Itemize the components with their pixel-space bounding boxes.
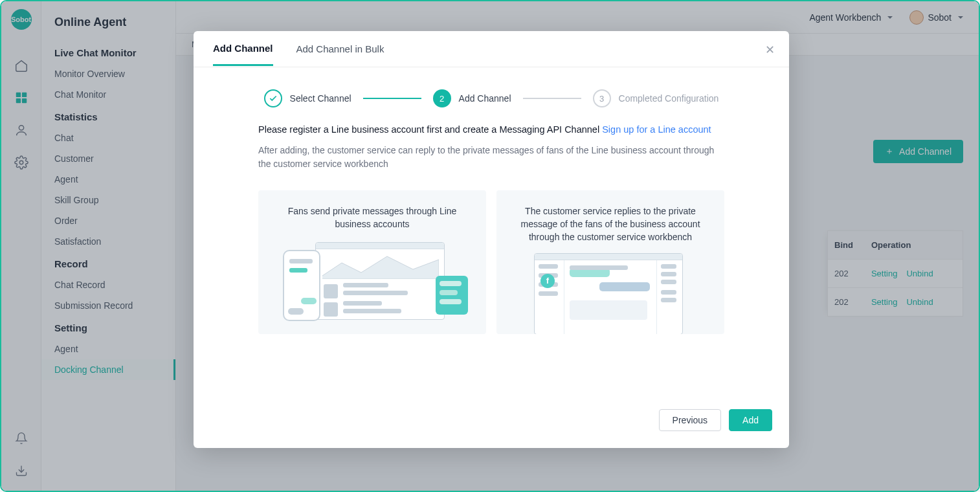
step-line-2 xyxy=(523,98,581,99)
close-icon[interactable]: ✕ xyxy=(765,43,775,57)
signup-link[interactable]: Sign up for a Line account xyxy=(602,124,711,135)
step-line-1 xyxy=(363,98,421,99)
step-3-badge: 3 xyxy=(593,89,611,107)
stepper: Select Channel 2 Add Channel 3 Completed… xyxy=(194,67,789,114)
check-icon xyxy=(264,89,282,107)
previous-button[interactable]: Previous xyxy=(659,409,721,431)
channel-badge-icon: f xyxy=(540,274,555,288)
step-2-badge: 2 xyxy=(433,89,451,107)
illustration-1 xyxy=(270,237,474,328)
illustration-cards: Fans send private messages through Line … xyxy=(258,190,724,334)
step-2-label: Add Channel xyxy=(459,93,511,104)
instruction-text: Please register a Line business account … xyxy=(258,123,724,137)
illustration-2: f xyxy=(508,251,713,334)
instruction-prefix: Please register a Line business account … xyxy=(258,124,602,135)
modal-footer: Previous Add xyxy=(194,409,789,448)
add-channel-modal: Add Channel Add Channel in Bulk ✕ Select… xyxy=(194,31,789,448)
step-1-label: Select Channel xyxy=(290,93,351,104)
step-2: 2 Add Channel xyxy=(433,89,511,107)
modal-body: Please register a Line business account … xyxy=(194,114,789,334)
card-1-title: Fans send private messages through Line … xyxy=(270,205,474,238)
modal-tab-add-bulk[interactable]: Add Channel in Bulk xyxy=(296,33,384,65)
step-3-label: Completed Configuration xyxy=(619,93,719,104)
card-cs-replies: The customer service replies to the priv… xyxy=(496,190,724,334)
step-3: 3 Completed Configuration xyxy=(593,89,719,107)
add-button[interactable]: Add xyxy=(729,409,772,431)
card-fans-send: Fans send private messages through Line … xyxy=(258,190,486,334)
modal-tabs: Add Channel Add Channel in Bulk ✕ xyxy=(194,31,789,67)
card-2-title: The customer service replies to the priv… xyxy=(508,205,713,251)
modal-tab-add-channel[interactable]: Add Channel xyxy=(213,32,273,66)
step-1: Select Channel xyxy=(264,89,351,107)
app-root: Sobot Online Agent Live Chat MonitorMoni… xyxy=(1,1,979,491)
instruction-subtext: After adding, the customer service can r… xyxy=(258,144,724,171)
